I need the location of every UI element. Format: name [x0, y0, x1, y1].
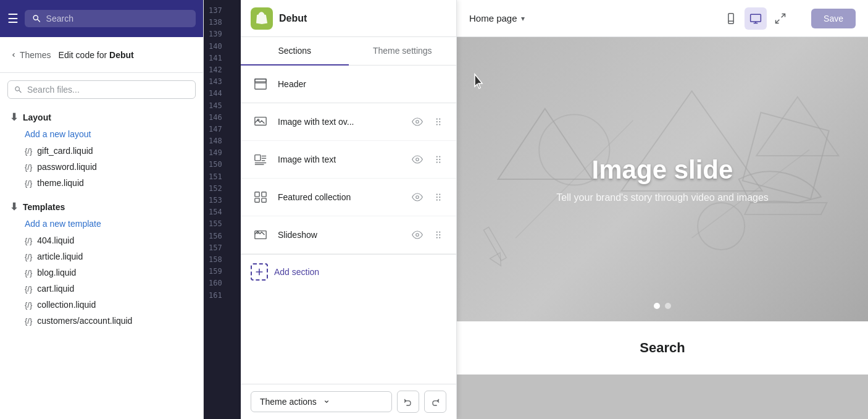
templates-section-header[interactable]: ⬇ Templates: [0, 196, 203, 215]
slide-subtitle: Tell your brand's story through video an…: [556, 192, 769, 203]
file-item[interactable]: {/} gift_card.liquid: [0, 143, 203, 159]
liquid-file-icon: {/}: [25, 268, 32, 277]
visibility-toggle-btn[interactable]: [409, 227, 425, 243]
drag-handle-btn[interactable]: [430, 151, 446, 167]
svg-rect-2: [255, 79, 266, 90]
liquid-file-icon: {/}: [25, 284, 32, 294]
visibility-toggle-btn[interactable]: [409, 114, 425, 130]
breadcrumb: Themes Edit code for Debut: [0, 37, 203, 73]
svg-point-18: [416, 158, 419, 161]
fullscreen-view-btn[interactable]: [769, 7, 791, 30]
undo-button[interactable]: [397, 391, 419, 413]
slideshow-icon: [251, 225, 270, 245]
download-icon: ⬇: [10, 111, 18, 123]
tab-theme-settings[interactable]: Theme settings: [349, 37, 457, 66]
section-item-featured-collection[interactable]: Featured collection: [241, 179, 456, 216]
section-item-image-text[interactable]: Image with text: [241, 141, 456, 179]
file-item[interactable]: {/} cart.liquid: [0, 281, 203, 297]
save-button[interactable]: Save: [811, 9, 856, 28]
svg-point-43: [436, 237, 438, 238]
slide-dot-1[interactable]: [654, 303, 660, 309]
section-actions: [409, 151, 446, 167]
svg-point-33: [439, 197, 440, 198]
breadcrumb-current: Edit code for Debut: [59, 50, 134, 60]
section-actions: [409, 227, 446, 243]
file-item[interactable]: {/} collection.liquid: [0, 297, 203, 313]
theme-actions-button[interactable]: Theme actions: [251, 391, 392, 412]
svg-point-40: [439, 231, 440, 232]
line-numbers: 137 138 139 140 141 142 143 144 145 146 …: [204, 0, 241, 307]
svg-point-8: [436, 121, 438, 122]
mobile-view-btn[interactable]: [720, 7, 742, 30]
top-search-input[interactable]: [46, 14, 188, 23]
hamburger-icon[interactable]: ☰: [7, 11, 19, 26]
liquid-file-icon: {/}: [25, 252, 32, 261]
svg-rect-27: [255, 198, 259, 202]
svg-point-23: [436, 161, 438, 163]
themes-link-label: Themes: [20, 50, 51, 60]
desktop-view-btn[interactable]: [745, 7, 767, 30]
file-item[interactable]: {/} theme.liquid: [0, 175, 203, 191]
redo-button[interactable]: [424, 391, 446, 413]
svg-point-9: [439, 121, 440, 122]
theme-editor-panel: Debut Sections Theme settings Header: [241, 0, 457, 419]
file-item[interactable]: {/} password.liquid: [0, 159, 203, 175]
page-selector[interactable]: Home page ▾: [469, 13, 525, 23]
drag-handle-btn[interactable]: [430, 189, 446, 205]
preview-content: Image slide Tell your brand's story thro…: [457, 37, 868, 419]
add-section-row[interactable]: Add section: [241, 254, 456, 289]
svg-line-51: [776, 19, 780, 23]
search-section-title: Search: [469, 340, 856, 356]
file-search-bar[interactable]: [7, 80, 196, 99]
liquid-file-icon: {/}: [25, 146, 32, 156]
section-label: Slideshow: [278, 230, 402, 240]
svg-rect-47: [751, 14, 761, 22]
svg-point-35: [439, 199, 440, 200]
theme-editor-header: Debut: [241, 0, 456, 37]
file-item[interactable]: {/} article.liquid: [0, 248, 203, 265]
liquid-file-icon: {/}: [25, 316, 32, 326]
slide-dot-2[interactable]: [665, 303, 671, 309]
svg-point-31: [439, 193, 440, 195]
sidebar: ☰ Themes Edit code for Debut: [0, 0, 204, 419]
top-search-bar[interactable]: [25, 10, 196, 27]
chevron-left-icon: [10, 51, 17, 59]
file-item[interactable]: {/} blog.liquid: [0, 265, 203, 281]
page-chevron-icon: ▾: [521, 14, 525, 23]
drag-handle-btn[interactable]: [430, 227, 446, 243]
file-item[interactable]: {/} 404.liquid: [0, 232, 203, 248]
liquid-file-icon: {/}: [25, 163, 32, 172]
file-search-icon: [14, 85, 22, 94]
section-item-image-text-overlay[interactable]: Image with text ov...: [241, 103, 456, 141]
header-section-item[interactable]: Header: [241, 66, 456, 103]
add-template-link[interactable]: Add a new template: [0, 215, 203, 232]
sections-list: Header Image with text ov...: [241, 66, 456, 384]
file-item[interactable]: {/} customers/account.liquid: [0, 313, 203, 329]
preview-header: Home page ▾: [457, 0, 868, 37]
drag-handle-btn[interactable]: [430, 114, 446, 130]
liquid-file-icon: {/}: [25, 179, 32, 188]
download-icon-2: ⬇: [10, 201, 18, 213]
svg-point-5: [416, 121, 419, 124]
search-section-preview: Search: [457, 321, 868, 375]
visibility-toggle-btn[interactable]: [409, 189, 425, 205]
svg-point-19: [436, 156, 438, 157]
visibility-toggle-btn[interactable]: [409, 151, 425, 167]
top-bar: ☰: [0, 0, 203, 37]
svg-point-22: [439, 159, 440, 160]
featured-collection-icon: [251, 187, 270, 207]
layout-section-header[interactable]: ⬇ Layout: [0, 106, 203, 125]
code-editor-panel: 137 138 139 140 141 142 143 144 145 146 …: [204, 0, 241, 419]
add-layout-link[interactable]: Add a new layout: [0, 125, 203, 143]
svg-point-32: [436, 197, 438, 198]
svg-point-41: [436, 234, 438, 235]
back-to-themes-link[interactable]: Themes: [10, 50, 51, 60]
section-item-slideshow[interactable]: Slideshow: [241, 216, 456, 254]
add-section-label: Add section: [274, 267, 319, 277]
svg-point-34: [436, 199, 438, 200]
slide-dots: [654, 303, 671, 309]
svg-rect-45: [728, 13, 733, 23]
section-label: Image with text: [278, 154, 402, 164]
file-search-input[interactable]: [27, 85, 189, 95]
tab-sections[interactable]: Sections: [241, 37, 349, 66]
